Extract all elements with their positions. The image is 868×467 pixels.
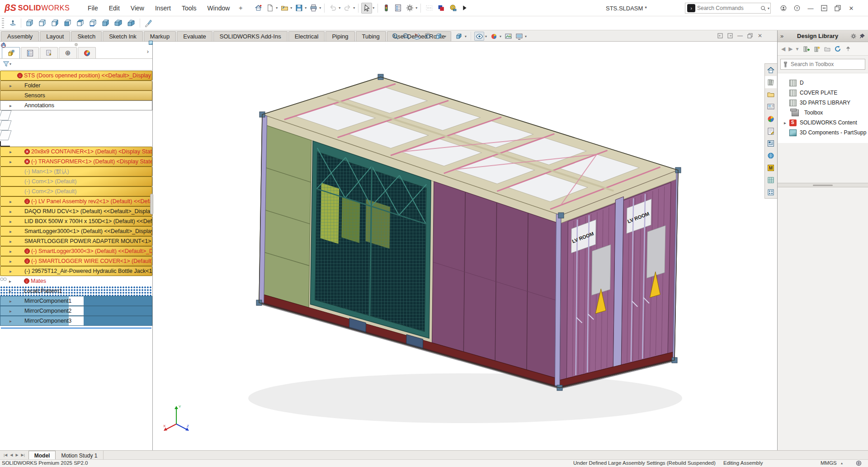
view-orientation-button[interactable]: [434, 32, 443, 41]
electrical-symbols-taskpane-icon[interactable]: [765, 137, 777, 149]
tab-dimxpert-manager[interactable]: ⊕: [59, 47, 77, 58]
hide-show-items-button[interactable]: [474, 32, 484, 41]
tree-item[interactable]: ▸ ✕ ↓ (-) SMARTLOGGER WIRE COVER<1> (Def…: [0, 256, 152, 266]
print-caret-icon[interactable]: ▾: [319, 6, 321, 10]
status-globe-icon[interactable]: [856, 460, 862, 467]
tree-item[interactable]: ▸ ✕ ↓ (-) LV Panel Assembly rev2<1> (Def…: [0, 196, 152, 206]
container-assembly-model[interactable]: LV ROOMLV ROOM: [153, 42, 764, 450]
tree-item[interactable]: ▸ ✕ ↓ MirrorComponent3: [0, 316, 152, 326]
dock-pane-right-button[interactable]: [726, 32, 734, 39]
tab-feature-manager[interactable]: [2, 47, 20, 58]
3dexperience-taskpane-icon[interactable]: [765, 149, 777, 162]
tree-item[interactable]: ▸ ✕ ↓ Folder: [0, 81, 152, 91]
pattern-grid-taskpane-icon[interactable]: [765, 186, 777, 198]
appearances-scenes-taskpane-icon[interactable]: [765, 113, 777, 125]
scroll-prev-icon[interactable]: ◀: [9, 453, 14, 457]
redo-button[interactable]: [342, 3, 353, 14]
search-toolbox-input[interactable]: [791, 61, 863, 67]
create-folder-button[interactable]: [824, 45, 831, 52]
forward-button[interactable]: ▶: [788, 46, 793, 52]
back-button[interactable]: ◀: [781, 46, 785, 52]
document-restore-button[interactable]: [746, 32, 754, 39]
restore-button[interactable]: [831, 1, 844, 15]
expand-arrow-icon[interactable]: ▸: [9, 299, 15, 304]
expand-arrow-icon[interactable]: ▸: [9, 289, 15, 294]
add-file-location-button[interactable]: [813, 45, 821, 52]
dimension-tool-button[interactable]: [424, 3, 434, 14]
task-pane-splitter[interactable]: [778, 183, 868, 187]
expand-arrow-icon[interactable]: ▸: [9, 229, 15, 234]
print-button[interactable]: [308, 3, 319, 14]
edit-appearance-hud-button[interactable]: [489, 32, 499, 41]
trimetric-view-button[interactable]: [113, 18, 123, 28]
scroll-next-icon[interactable]: ▶: [14, 453, 19, 457]
zoom-to-fit-button[interactable]: [390, 32, 400, 41]
library-item[interactable]: ▸ SOLIDWORKS Content: [778, 118, 868, 128]
measure-tool-button[interactable]: [447, 3, 458, 14]
collapse-panel-icon[interactable]: »: [780, 33, 783, 39]
library-settings-gear-icon[interactable]: [850, 33, 857, 39]
tree-item[interactable]: ▸ ✕ ↓ (-) SmartLogger3000<3> (Default) <…: [0, 246, 152, 256]
rebuild-button[interactable]: [381, 3, 392, 14]
library-item[interactable]: ▸ 3D PARTS LIBRARY: [778, 98, 868, 108]
filter-caret-icon[interactable]: ▾: [9, 62, 11, 66]
select-tool-button[interactable]: [361, 3, 372, 14]
tree-item[interactable]: ▸ ✕ ↓ MirrorComponent2: [0, 306, 152, 316]
menu-item[interactable]: View: [125, 2, 150, 14]
close-button[interactable]: ✕: [844, 1, 858, 15]
panel-splitter-handle[interactable]: [150, 194, 153, 214]
tree-item[interactable]: ▸ ✕ ↓ STS (Doors openned position) <<Def…: [0, 71, 152, 81]
new-document-button[interactable]: [264, 3, 275, 14]
top-view-button[interactable]: [75, 18, 85, 28]
display-style-button[interactable]: [454, 32, 464, 41]
isometric-view-button[interactable]: [101, 18, 111, 28]
dock-pane-left-button[interactable]: [717, 32, 724, 39]
expand-arrow-icon[interactable]: ▸: [9, 309, 15, 314]
edit-appearance-button[interactable]: [435, 3, 446, 14]
toolbox-grid-taskpane-icon[interactable]: [765, 174, 777, 186]
home-button[interactable]: [253, 3, 264, 14]
search-commands-input[interactable]: [697, 5, 760, 11]
expand-arrow-icon[interactable]: ▸: [9, 319, 15, 324]
hide-show-caret-icon[interactable]: ▾: [485, 34, 487, 38]
library-item[interactable]: ▸ D: [778, 78, 868, 88]
account-button[interactable]: [777, 1, 790, 15]
tab-property-manager[interactable]: [21, 47, 39, 58]
tree-item[interactable]: ▸ ✕ ↓ SMARTLOGGER POWER ADAPTER MOUNT<1>…: [0, 236, 152, 246]
command-tab[interactable]: Assembly: [1, 31, 39, 41]
menu-item[interactable]: File: [82, 2, 104, 14]
move-up-button[interactable]: [844, 45, 852, 52]
appearance-caret-icon[interactable]: ▾: [500, 34, 501, 38]
command-tab[interactable]: SOLIDWORKS Add-Ins: [213, 31, 288, 41]
zoom-to-area-button[interactable]: [401, 32, 411, 41]
display-style-caret-icon[interactable]: ▾: [465, 34, 467, 38]
file-explorer-taskpane-icon[interactable]: [765, 88, 777, 100]
open-caret-icon[interactable]: ▾: [290, 6, 292, 10]
apply-appearance-brush-button[interactable]: [143, 18, 154, 29]
normal-to-view-button[interactable]: [7, 18, 18, 29]
expand-arrow-icon[interactable]: ▸: [9, 83, 15, 88]
tree-item[interactable]: ▸ ✕ ↓ (-) TRANSFORMER<1> (Default) <Disp…: [0, 157, 152, 167]
tree-item[interactable]: ▸ ✕ ↓ (-) Com<2> (Default): [0, 186, 152, 196]
tree-item[interactable]: ▸ ✕ ↓ Front Plane: [0, 110, 12, 120]
view-settings-button[interactable]: [514, 32, 524, 41]
dimetric-view-button[interactable]: [126, 18, 136, 28]
library-item[interactable]: ▸ Toolbox: [778, 108, 868, 118]
library-item[interactable]: ▸ 3D Components - PartSupp: [778, 128, 868, 138]
minimize-button[interactable]: —: [804, 1, 817, 15]
design-library-taskpane-icon[interactable]: [765, 76, 777, 88]
scroll-first-icon[interactable]: |◀: [3, 453, 8, 457]
tree-item[interactable]: ▸ ✕ ↓ (-) Com<1> (Default): [0, 176, 152, 186]
undo-caret-icon[interactable]: ▾: [339, 6, 340, 10]
section-view-button[interactable]: [412, 32, 422, 41]
expand-arrow-icon[interactable]: ▸: [9, 239, 15, 244]
tree-item[interactable]: ▸ ✕ ↓ SmartLogger3000<1> (Default) <<Def…: [0, 226, 152, 236]
add-to-library-button[interactable]: [803, 45, 810, 52]
expand-arrow-icon[interactable]: ▸: [9, 149, 15, 154]
help-button[interactable]: ?: [790, 1, 804, 15]
undo-button[interactable]: [327, 3, 338, 14]
new-document-caret-icon[interactable]: ▾: [276, 6, 278, 10]
command-tab[interactable]: Electrical: [288, 31, 325, 41]
search-icon[interactable]: [760, 5, 766, 11]
tree-item[interactable]: ▸ ✕ ↓ LID BOX 500W x 700H x 150D<1> (Def…: [0, 216, 152, 226]
